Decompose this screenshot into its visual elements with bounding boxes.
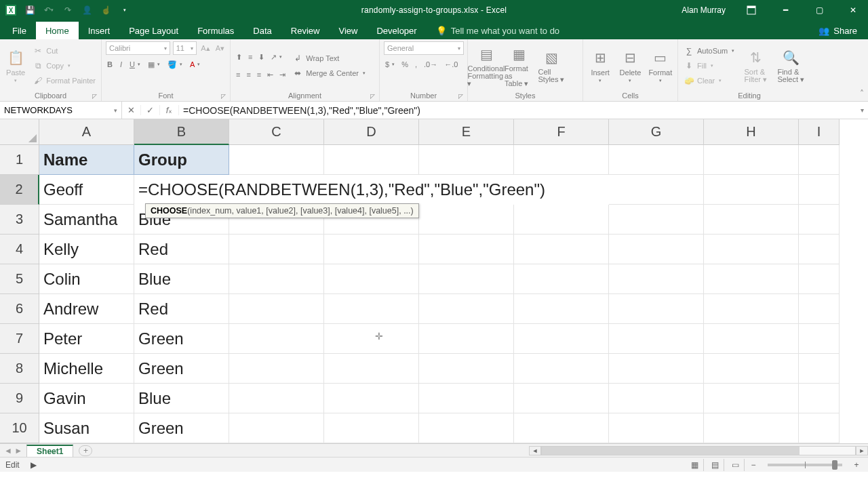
find-select-button[interactable]: 🔍Find &Select ▾ <box>775 48 806 83</box>
cell-A6[interactable]: Andrew <box>39 294 134 324</box>
cell-B1[interactable]: Group <box>134 145 229 175</box>
format-as-table-button[interactable]: ▦Format asTable ▾ <box>505 45 533 87</box>
alignment-dialog-launcher[interactable]: ◸ <box>370 93 375 100</box>
cell-E8[interactable] <box>419 354 514 384</box>
cell-C5[interactable] <box>229 264 324 294</box>
row-header-1[interactable]: 1 <box>0 145 39 175</box>
cell-I6[interactable] <box>799 294 840 324</box>
font-dialog-launcher[interactable]: ◸ <box>221 93 226 100</box>
cut-button[interactable]: ✂Cut <box>31 44 97 58</box>
cell-C1[interactable] <box>229 145 324 175</box>
grow-font-button[interactable]: A▴ <box>199 41 211 55</box>
cell-A4[interactable]: Kelly <box>39 235 134 264</box>
delete-cells-button[interactable]: ⊟Delete▾ <box>617 48 643 83</box>
col-header-I[interactable]: I <box>799 119 840 145</box>
formula-bar[interactable]: =CHOOSE(RANDBETWEEN(1,3),"Red","Blue","G… <box>179 102 868 119</box>
cell-A9[interactable]: Gavin <box>39 384 134 413</box>
cell-A1[interactable]: Name <box>39 145 134 175</box>
tab-file[interactable]: File <box>3 22 36 39</box>
cell-G10[interactable] <box>609 413 704 443</box>
format-cells-button[interactable]: ▭Format▾ <box>648 48 673 83</box>
row-header-7[interactable]: 7 <box>0 324 39 354</box>
cell-H3[interactable] <box>704 205 799 235</box>
cell-I8[interactable] <box>799 354 840 384</box>
align-left-button[interactable]: ≡ <box>235 68 241 81</box>
cell-B10[interactable]: Green <box>134 413 229 443</box>
cell-I9[interactable] <box>799 384 840 413</box>
cell-A2[interactable]: Geoff <box>39 175 134 205</box>
tab-view[interactable]: View <box>329 22 367 39</box>
underline-button[interactable]: U▾ <box>128 58 142 71</box>
row-header-2[interactable]: 2 <box>0 175 39 205</box>
cell-C8[interactable] <box>229 354 324 384</box>
cell-A10[interactable]: Susan <box>39 413 134 443</box>
name-box[interactable]: NETWORKDAYS▾ <box>0 102 122 119</box>
tab-data[interactable]: Data <box>243 22 281 39</box>
cell-I1[interactable] <box>799 145 840 175</box>
select-all-corner[interactable] <box>0 119 39 145</box>
cell-A8[interactable]: Michelle <box>39 354 134 384</box>
clear-button[interactable]: 🧽Clear▾ <box>682 74 736 87</box>
row-header-5[interactable]: 5 <box>0 264 39 294</box>
wrap-text-button[interactable]: ↲Wrap Text <box>291 52 367 65</box>
cell-E10[interactable] <box>419 413 514 443</box>
cell-B9[interactable]: Blue <box>134 384 229 413</box>
sort-filter-button[interactable]: ⇅Sort &Filter ▾ <box>740 48 771 83</box>
row-header-8[interactable]: 8 <box>0 354 39 384</box>
cell-D10[interactable] <box>324 413 419 443</box>
cell-I7[interactable] <box>799 324 840 354</box>
col-header-G[interactable]: G <box>609 119 704 145</box>
cell-styles-button[interactable]: ▧CellStyles ▾ <box>537 48 566 83</box>
cell-D5[interactable] <box>324 264 419 294</box>
increase-decimal-button[interactable]: .0→ <box>422 58 439 71</box>
expand-formula-bar-icon[interactable]: ▾ <box>861 106 864 114</box>
number-dialog-launcher[interactable]: ◸ <box>458 93 463 100</box>
cell-edit-overlay[interactable]: =CHOOSE(RANDBETWEEN(1,3),"Red","Blue","G… <box>134 175 609 205</box>
border-button[interactable]: ▦▾ <box>146 58 161 71</box>
align-center-button[interactable]: ≡ <box>245 68 252 81</box>
cell-H5[interactable] <box>704 264 799 294</box>
font-size-combo[interactable]: 11▾ <box>173 41 197 55</box>
cell-H8[interactable] <box>704 354 799 384</box>
cell-B7[interactable]: Green <box>134 324 229 354</box>
cell-F6[interactable] <box>514 294 609 324</box>
scroll-thumb[interactable] <box>542 447 800 455</box>
page-layout-view-button[interactable]: ▤ <box>707 459 724 471</box>
cell-A5[interactable]: Colin <box>39 264 134 294</box>
cell-G9[interactable] <box>609 384 704 413</box>
cell-D4[interactable] <box>324 235 419 264</box>
cell-H10[interactable] <box>704 413 799 443</box>
tab-formulas[interactable]: Formulas <box>188 22 243 39</box>
row-header-6[interactable]: 6 <box>0 294 39 324</box>
cell-D9[interactable] <box>324 384 419 413</box>
col-header-E[interactable]: E <box>419 119 514 145</box>
row-header-9[interactable]: 9 <box>0 384 39 413</box>
cell-B8[interactable]: Green <box>134 354 229 384</box>
col-header-F[interactable]: F <box>514 119 609 145</box>
function-tooltip[interactable]: CHOOSE(index_num, value1, [value2], [val… <box>145 203 419 218</box>
number-format-combo[interactable]: General▾ <box>384 41 464 55</box>
row-header-4[interactable]: 4 <box>0 235 39 264</box>
cell-C6[interactable] <box>229 294 324 324</box>
align-right-button[interactable]: ≡ <box>256 68 262 81</box>
cell-I10[interactable] <box>799 413 840 443</box>
tab-developer[interactable]: Developer <box>367 22 426 39</box>
decrease-decimal-button[interactable]: ←.0 <box>443 58 459 71</box>
shrink-font-button[interactable]: A▾ <box>214 41 226 55</box>
cell-F5[interactable] <box>514 264 609 294</box>
zoom-in-button[interactable]: + <box>850 460 863 470</box>
cell-H6[interactable] <box>704 294 799 324</box>
scroll-left-arrow[interactable]: ◄ <box>529 446 541 455</box>
cell-G4[interactable] <box>609 235 704 264</box>
cell-H7[interactable] <box>704 324 799 354</box>
cell-H2[interactable] <box>704 175 799 205</box>
cell-H1[interactable] <box>704 145 799 175</box>
cell-B5[interactable]: Blue <box>134 264 229 294</box>
cell-G1[interactable] <box>609 145 704 175</box>
tell-me-search[interactable]: 💡Tell me what you want to do <box>431 22 565 39</box>
zoom-out-button[interactable]: − <box>747 460 760 470</box>
scroll-right-arrow[interactable]: ► <box>856 446 868 455</box>
align-middle-button[interactable]: ≡ <box>247 50 254 64</box>
autosum-button[interactable]: ∑AutoSum▾ <box>682 44 736 58</box>
decrease-indent-button[interactable]: ⇤ <box>266 68 275 81</box>
